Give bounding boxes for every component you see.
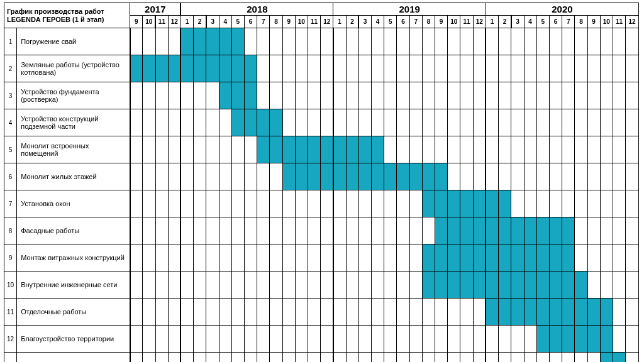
gantt-cell: [384, 272, 397, 299]
gantt-cell: [295, 244, 308, 272]
gantt-cell: [549, 190, 562, 217]
gantt-cell: [486, 217, 498, 244]
task-index: 6: [4, 163, 17, 190]
gantt-cell: [155, 109, 168, 136]
month-header: 8: [422, 16, 435, 28]
gantt-cell: [397, 28, 409, 55]
gantt-cell: [600, 217, 613, 244]
gantt-cell: [409, 299, 422, 326]
gantt-cell: [295, 55, 308, 82]
gantt-cell: [435, 217, 448, 244]
task-index: 11: [4, 299, 17, 326]
gantt-cell: [231, 244, 244, 272]
gantt-cell: [613, 190, 625, 217]
gantt-cell: [206, 272, 219, 299]
gantt-cell: [626, 244, 639, 272]
month-header: 2: [346, 16, 358, 28]
month-header: 12: [473, 16, 486, 28]
gantt-cell: [194, 353, 206, 363]
gantt-cell: [155, 136, 168, 163]
gantt-cell: [231, 136, 244, 163]
gantt-cell: [372, 55, 384, 82]
gantt-cell: [308, 272, 320, 299]
gantt-cell: [626, 55, 639, 82]
gantt-cell: [219, 136, 231, 163]
gantt-cell: [372, 326, 384, 353]
gantt-cell: [435, 326, 448, 353]
gantt-cell: [143, 299, 155, 326]
gantt-cell: [473, 272, 486, 299]
gantt-cell: [143, 163, 155, 190]
gantt-cell: [473, 353, 486, 363]
task-row: 10Внутренние инженерные сети: [4, 272, 639, 299]
gantt-cell: [244, 244, 257, 272]
gantt-cell: [448, 82, 460, 109]
month-header: 4: [219, 16, 231, 28]
task-index: 13: [4, 353, 17, 363]
gantt-cell: [321, 190, 333, 217]
gantt-cell: [397, 163, 409, 190]
gantt-cell: [575, 82, 587, 109]
gantt-cell: [626, 272, 639, 299]
gantt-cell: [448, 28, 460, 55]
gantt-cell: [321, 136, 333, 163]
gantt-cell: [422, 82, 435, 109]
gantt-cell: [168, 55, 180, 82]
gantt-cell: [600, 326, 613, 353]
gantt-cell: [562, 326, 575, 353]
gantt-cell: [562, 55, 575, 82]
gantt-cell: [155, 28, 168, 55]
gantt-cell: [295, 326, 308, 353]
gantt-cell: [473, 190, 486, 217]
gantt-cell: [372, 82, 384, 109]
gantt-cell: [130, 217, 143, 244]
gantt-cell: [536, 109, 549, 136]
gantt-cell: [562, 217, 575, 244]
gantt-cell: [358, 28, 371, 55]
gantt-cell: [206, 163, 219, 190]
gantt-cell: [549, 217, 562, 244]
gantt-cell: [155, 55, 168, 82]
gantt-cell: [448, 244, 460, 272]
gantt-cell: [409, 28, 422, 55]
task-row: 6Монолит жилых этажей: [4, 163, 639, 190]
gantt-cell: [168, 353, 180, 363]
gantt-cell: [448, 326, 460, 353]
gantt-cell: [536, 244, 549, 272]
gantt-cell: [600, 28, 613, 55]
gantt-cell: [626, 299, 639, 326]
gantt-cell: [308, 136, 320, 163]
gantt-cell: [626, 109, 639, 136]
gantt-cell: [473, 109, 486, 136]
gantt-cell: [549, 272, 562, 299]
gantt-cell: [270, 353, 282, 363]
gantt-cell: [562, 272, 575, 299]
month-header: 6: [397, 16, 409, 28]
gantt-cell: [143, 272, 155, 299]
gantt-cell: [346, 244, 358, 272]
gantt-cell: [575, 190, 587, 217]
gantt-cell: [422, 28, 435, 55]
gantt-cell: [613, 55, 625, 82]
gantt-cell: [435, 109, 448, 136]
gantt-cell: [486, 272, 498, 299]
gantt-cell: [397, 326, 409, 353]
gantt-cell: [575, 136, 587, 163]
task-name: Установка окон: [17, 190, 130, 217]
gantt-cell: [346, 55, 358, 82]
task-name: Монтаж витражных конструкций: [17, 244, 130, 272]
gantt-cell: [282, 353, 295, 363]
gantt-cell: [549, 163, 562, 190]
gantt-cell: [321, 163, 333, 190]
gantt-cell: [219, 244, 231, 272]
task-name: Отделочные работы: [17, 299, 130, 326]
gantt-cell: [282, 82, 295, 109]
gantt-cell: [168, 272, 180, 299]
gantt-cell: [575, 28, 587, 55]
gantt-cell: [219, 109, 231, 136]
gantt-cell: [168, 217, 180, 244]
task-name: Монолит жилых этажей: [17, 163, 130, 190]
gantt-cell: [575, 272, 587, 299]
gantt-cell: [282, 28, 295, 55]
gantt-cell: [524, 109, 536, 136]
